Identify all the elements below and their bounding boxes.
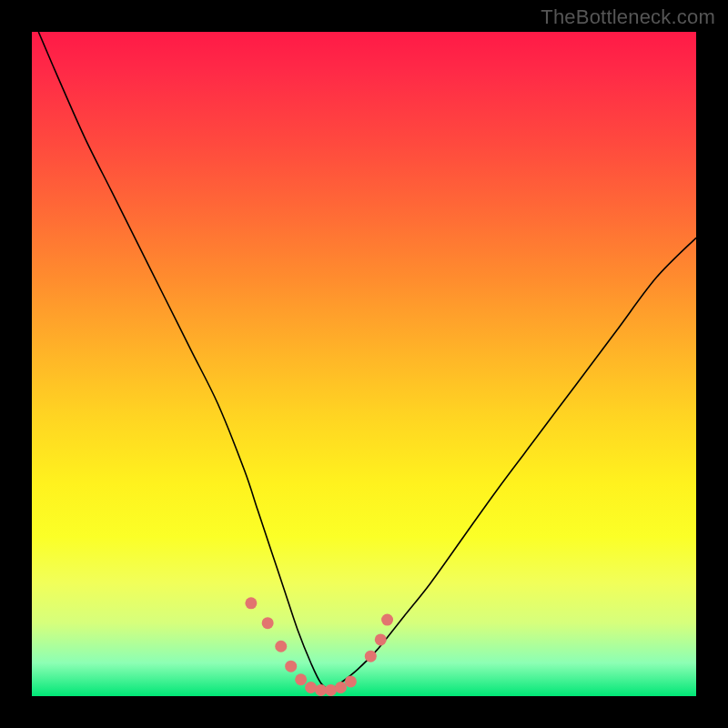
curve-marker: [262, 617, 274, 629]
chart-svg: [32, 32, 696, 696]
curve-marker: [375, 633, 387, 645]
curve-marker: [305, 682, 317, 693]
plot-area: [32, 32, 696, 696]
chart-frame: TheBottleneck.com: [0, 0, 728, 728]
curve-marker: [245, 597, 257, 609]
curve-marker: [335, 682, 347, 693]
curve-marker: [325, 684, 337, 696]
curve-marker: [345, 675, 357, 687]
curve-marker: [285, 661, 297, 672]
curve-marker: [275, 641, 287, 652]
curve-marker: [365, 651, 377, 662]
bottleneck-curve: [38, 32, 696, 690]
watermark-text: TheBottleneck.com: [541, 5, 715, 29]
curve-marker: [381, 614, 393, 626]
curve-marker: [295, 673, 307, 685]
